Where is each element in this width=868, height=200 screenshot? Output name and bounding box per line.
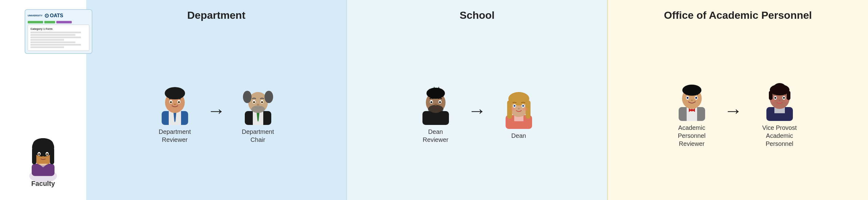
- dean-avatar: [499, 82, 539, 128]
- svg-point-51: [434, 104, 437, 105]
- dept-chair-avatar: [238, 78, 278, 124]
- svg-point-10: [38, 153, 40, 155]
- faculty-avatar: [23, 130, 63, 177]
- oats-logo: ⊙ OATS: [44, 12, 63, 19]
- svg-point-32: [251, 105, 265, 113]
- faculty-panel: UNIVERSITY ⊙ OATS Category 1 Form: [0, 0, 86, 200]
- svg-rect-85: [769, 91, 773, 100]
- svg-point-23: [178, 101, 180, 103]
- svg-point-36: [261, 101, 263, 103]
- vp-avatar: [760, 74, 800, 120]
- dean-group: Dean: [499, 82, 539, 140]
- svg-point-49: [430, 101, 432, 103]
- svg-point-50: [439, 101, 441, 103]
- category-form-title: Category 1 Form: [30, 27, 87, 30]
- vp-label: Vice ProvostAcademic Personnel: [755, 124, 804, 148]
- dept-chair-group: DepartmentChair: [238, 78, 278, 144]
- oap-content: AcademicPersonnelReviewer →: [620, 30, 856, 191]
- dean-reviewer-avatar: [416, 78, 456, 124]
- svg-point-11: [46, 153, 48, 155]
- svg-point-61: [514, 105, 516, 107]
- svg-point-91: [779, 100, 780, 101]
- uc-oats-card: UNIVERSITY ⊙ OATS Category 1 Form: [25, 9, 92, 54]
- oap-panel: Office of Academic Personnel: [607, 0, 868, 200]
- svg-point-35: [253, 101, 255, 103]
- ap-reviewer-label: AcademicPersonnelReviewer: [678, 124, 706, 148]
- svg-point-84: [774, 83, 785, 91]
- uc-logo: UNIVERSITY: [28, 14, 42, 17]
- svg-point-30: [243, 91, 252, 103]
- svg-point-12: [42, 156, 44, 157]
- school-content: DeanReviewer →: [359, 30, 595, 191]
- svg-point-73: [682, 85, 702, 96]
- faculty-avatar-container: Faculty: [23, 130, 63, 188]
- department-title: Department: [98, 9, 334, 21]
- dept-reviewer-group: DepartmentReviewer: [155, 78, 195, 144]
- svg-point-46: [428, 105, 443, 113]
- ap-reviewer-group: AcademicPersonnelReviewer: [672, 74, 712, 148]
- oap-title: Office of Academic Personnel: [620, 9, 856, 21]
- svg-point-7: [33, 138, 53, 151]
- svg-point-22: [170, 101, 172, 103]
- dean-reviewer-label: DeanReviewer: [423, 128, 448, 144]
- svg-point-63: [518, 108, 520, 109]
- faculty-label: Faculty: [31, 180, 55, 188]
- dept-chair-label: DepartmentChair: [242, 128, 274, 144]
- svg-point-76: [687, 97, 688, 99]
- school-panel: School: [346, 0, 607, 200]
- dean-reviewer-group: DeanReviewer: [416, 78, 456, 144]
- svg-rect-5: [32, 147, 36, 164]
- svg-rect-86: [787, 91, 790, 100]
- svg-point-31: [265, 91, 273, 103]
- ap-reviewer-to-vp-arrow: →: [724, 102, 743, 120]
- svg-point-24: [174, 104, 176, 105]
- department-content: DepartmentReviewer →: [98, 30, 334, 191]
- vp-group: Vice ProvostAcademic Personnel: [755, 74, 804, 148]
- svg-point-70: [691, 109, 693, 111]
- svg-point-89: [774, 97, 776, 99]
- svg-point-37: [257, 104, 259, 105]
- svg-point-19: [165, 87, 185, 99]
- category-form: Category 1 Form: [28, 25, 89, 51]
- svg-point-77: [695, 97, 697, 99]
- svg-rect-6: [50, 147, 54, 164]
- department-panel: Department: [86, 0, 346, 200]
- svg-point-62: [522, 105, 524, 107]
- svg-point-90: [783, 97, 785, 99]
- dept-reviewer-avatar: [155, 78, 195, 124]
- svg-point-78: [691, 100, 693, 101]
- svg-point-64: [510, 107, 515, 110]
- svg-point-65: [523, 107, 528, 110]
- ap-reviewer-avatar: [672, 74, 712, 120]
- svg-point-93: [784, 99, 788, 102]
- dept-to-chair-arrow: →: [207, 102, 226, 120]
- svg-point-92: [771, 99, 775, 102]
- dean-reviewer-to-dean-arrow: →: [468, 102, 487, 120]
- main-container: UNIVERSITY ⊙ OATS Category 1 Form: [0, 0, 868, 200]
- school-title: School: [359, 9, 595, 21]
- dept-reviewer-label: DepartmentReviewer: [159, 128, 191, 144]
- dean-label: Dean: [512, 132, 526, 140]
